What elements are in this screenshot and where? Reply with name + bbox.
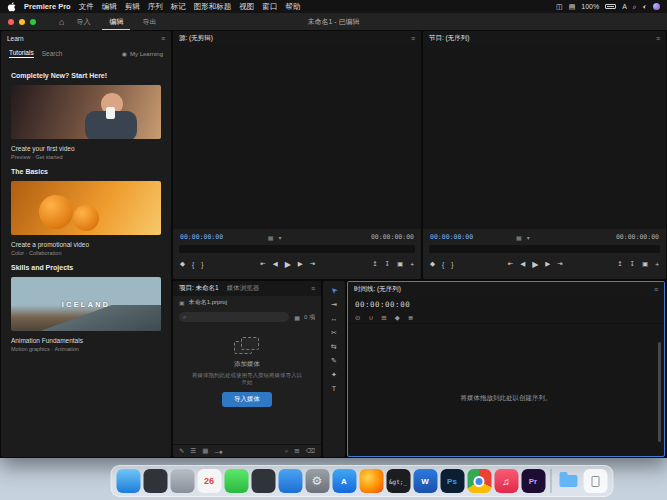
go-to-out-icon[interactable]: ⇥ — [310, 260, 315, 268]
learn-panel-menu-icon[interactable]: ≡ — [161, 35, 165, 42]
source-zoom-select[interactable]: ▦ — [268, 234, 274, 241]
dock-appstore-icon[interactable]: A — [332, 469, 356, 493]
mark-in-icon[interactable]: { — [192, 261, 194, 268]
learn-panel-tab[interactable]: Learn — [7, 35, 24, 42]
display-status-icon[interactable]: ◫ — [556, 3, 563, 11]
program-scrubber[interactable] — [429, 245, 660, 253]
program-step-back-icon[interactable]: ◀ — [520, 260, 525, 268]
import-media-button[interactable]: 导入媒体 — [222, 392, 272, 407]
dock-system-settings-icon[interactable]: ⚙ — [305, 469, 329, 493]
dock-app-icon[interactable] — [251, 469, 275, 493]
source-scrubber[interactable] — [179, 245, 415, 253]
slip-tool[interactable]: ⇆ — [331, 343, 337, 350]
program-panel-menu-icon[interactable]: ≡ — [656, 35, 660, 42]
input-source-icon[interactable]: A — [622, 3, 627, 10]
keyboard-status-icon[interactable]: ▤ — [569, 3, 576, 11]
menu-window[interactable]: 窗口 — [262, 2, 277, 12]
media-browser-tab[interactable]: 媒体浏览器 — [227, 284, 260, 293]
program-mark-out-icon[interactable]: } — [451, 261, 453, 268]
program-button-editor-icon[interactable]: + — [655, 261, 659, 268]
menu-file[interactable]: 文件 — [79, 2, 94, 12]
my-learning-link[interactable]: ◉ My Learning — [122, 50, 163, 57]
type-tool[interactable]: T — [332, 385, 336, 392]
nest-sequence-icon[interactable]: ⊙ — [355, 314, 360, 322]
dock-app-icon[interactable] — [143, 469, 167, 493]
timeline-tab[interactable]: 时间线: (无序列) — [354, 285, 401, 294]
tab-search[interactable]: Search — [42, 50, 63, 58]
step-forward-icon[interactable]: ▶ — [298, 260, 303, 268]
program-timecode-current[interactable]: 00:00:00:00 — [430, 233, 473, 241]
program-zoom-caret-icon[interactable]: ▾ — [527, 234, 530, 241]
dock-music-icon[interactable]: ♫ — [494, 469, 518, 493]
tab-import[interactable]: 导入 — [69, 13, 97, 30]
dock-finder-icon[interactable] — [116, 469, 140, 493]
source-timecode-current[interactable]: 00:00:00:00 — [180, 233, 223, 241]
control-center-icon[interactable]: ◐ — [643, 3, 647, 10]
track-select-tool[interactable]: ⇥ — [331, 301, 337, 308]
project-file-row[interactable]: ▣ 未命名1.prproj — [173, 296, 321, 309]
spotlight-icon[interactable]: ⌕ — [633, 3, 637, 11]
timeline-panel-menu-icon[interactable]: ≡ — [654, 286, 658, 293]
export-frame-icon[interactable]: ▣ — [397, 260, 403, 268]
step-back-icon[interactable]: ◀ — [273, 260, 278, 268]
tab-export[interactable]: 导出 — [135, 13, 163, 30]
dock-facetime-icon[interactable] — [224, 469, 248, 493]
menu-sequence[interactable]: 序列 — [148, 2, 163, 12]
minimize-button[interactable] — [19, 19, 25, 25]
menu-markers[interactable]: 标记 — [171, 2, 186, 12]
source-panel-menu-icon[interactable]: ≡ — [411, 35, 415, 42]
mark-out-icon[interactable]: } — [201, 261, 203, 268]
program-add-marker-icon[interactable]: ◆ — [430, 260, 435, 268]
program-zoom-select[interactable]: ▦ — [516, 234, 522, 241]
menu-help[interactable]: 帮助 — [285, 2, 300, 12]
icon-view-icon[interactable]: ▦ — [202, 447, 208, 455]
dock-downloads-folder-icon[interactable] — [556, 469, 580, 493]
tutorial-card-first-video[interactable] — [11, 85, 161, 139]
dock-terminal-icon[interactable]: &gt;_ — [386, 469, 410, 493]
close-button[interactable] — [8, 19, 14, 25]
tab-edit[interactable]: 编辑 — [102, 13, 130, 30]
dock-launchpad-icon[interactable] — [170, 469, 194, 493]
dock-calendar-icon[interactable]: 26 — [197, 469, 221, 493]
menu-edit[interactable]: 编辑 — [102, 2, 117, 12]
view-grid-icon[interactable]: ▦ — [294, 314, 300, 321]
snap-icon[interactable]: ∪ — [368, 314, 373, 322]
linked-selection-icon[interactable]: ⊞ — [381, 314, 386, 322]
dock-photoshop-icon[interactable]: Ps — [440, 469, 464, 493]
source-monitor-tab[interactable]: 源: (无剪辑) — [179, 34, 213, 43]
apple-menu-icon[interactable] — [7, 2, 16, 12]
add-marker-icon[interactable]: ◆ — [180, 260, 185, 268]
dock-chrome-icon[interactable] — [467, 469, 491, 493]
find-icon[interactable]: ⌕ — [285, 447, 289, 455]
ripple-edit-tool[interactable]: ↔ — [331, 315, 338, 322]
siri-icon[interactable] — [653, 3, 660, 10]
program-extract-icon[interactable]: ↧ — [630, 260, 635, 268]
program-go-to-in-icon[interactable]: ⇤ — [508, 260, 513, 268]
overwrite-icon[interactable]: ↧ — [385, 260, 390, 268]
selection-tool[interactable]: ➤ — [329, 285, 339, 295]
timeline-scrollbar[interactable] — [658, 342, 661, 442]
insert-icon[interactable]: ↥ — [372, 260, 377, 268]
program-go-to-out-icon[interactable]: ⇥ — [557, 260, 562, 268]
razor-tool[interactable]: ✂ — [331, 329, 337, 336]
tab-tutorials[interactable]: Tutorials — [9, 49, 34, 58]
timeline-add-marker-icon[interactable]: ◆ — [395, 314, 400, 322]
menu-clip[interactable]: 剪辑 — [125, 2, 140, 12]
tutorial-card-promo-video[interactable] — [11, 181, 161, 235]
list-view-icon[interactable]: ☰ — [190, 447, 196, 455]
program-mark-in-icon[interactable]: { — [442, 261, 444, 268]
program-export-frame-icon[interactable]: ▣ — [642, 260, 648, 268]
timeline-timecode[interactable]: 00:00:00:00 — [348, 297, 664, 312]
program-monitor-tab[interactable]: 节目: (无序列) — [429, 34, 469, 43]
menubar-app-name[interactable]: Premiere Pro — [24, 2, 71, 11]
tutorial-card-animation[interactable]: ICELAND — [11, 277, 161, 331]
menu-view[interactable]: 视图 — [239, 2, 254, 12]
dock-word-icon[interactable]: W — [413, 469, 437, 493]
button-editor-icon[interactable]: + — [410, 261, 414, 268]
home-icon[interactable]: ⌂ — [59, 17, 64, 27]
dock-trash-icon[interactable] — [583, 469, 607, 493]
zoom-slider[interactable]: ─● — [214, 448, 223, 455]
delete-icon[interactable]: ⌫ — [306, 447, 315, 455]
source-zoom-caret-icon[interactable]: ▾ — [278, 234, 281, 241]
hand-tool[interactable]: ✦ — [331, 371, 337, 378]
